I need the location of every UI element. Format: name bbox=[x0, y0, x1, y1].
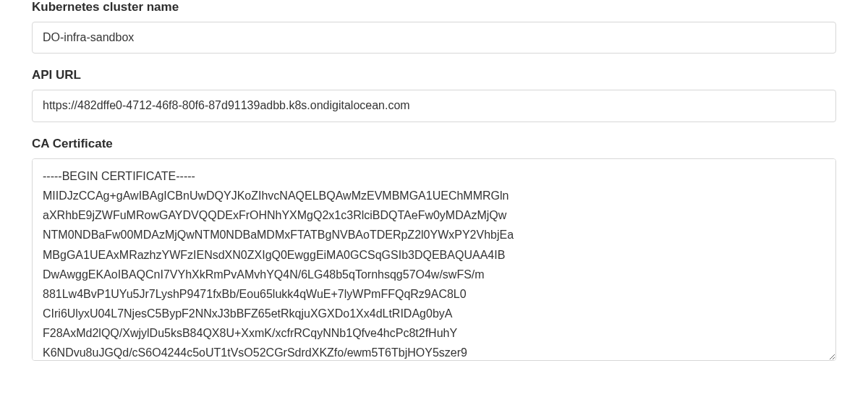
cluster-name-group: Kubernetes cluster name bbox=[32, 0, 836, 54]
ca-certificate-group: CA Certificate bbox=[32, 137, 836, 364]
api-url-input[interactable] bbox=[32, 90, 836, 122]
api-url-label: API URL bbox=[32, 68, 836, 82]
ca-certificate-textarea[interactable] bbox=[32, 158, 836, 361]
ca-certificate-label: CA Certificate bbox=[32, 137, 836, 151]
cluster-name-label: Kubernetes cluster name bbox=[32, 0, 836, 14]
api-url-group: API URL bbox=[32, 68, 836, 122]
cluster-name-input[interactable] bbox=[32, 22, 836, 54]
